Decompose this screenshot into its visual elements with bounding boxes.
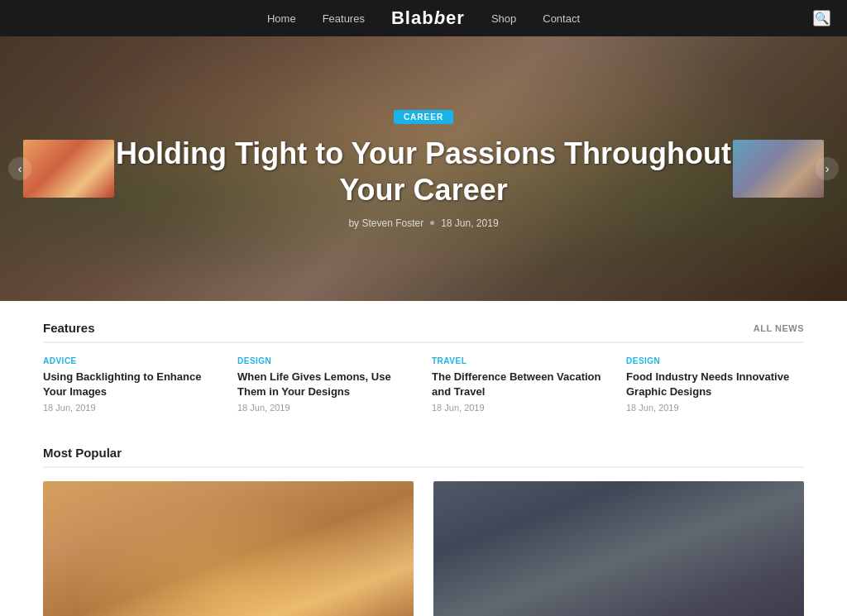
feature-category-2: TRAVEL (432, 356, 610, 365)
hero-content: CAREER Holding Tight to Your Passions Th… (0, 108, 847, 228)
feature-title-2[interactable]: The Difference Between Vacation and Trav… (432, 370, 610, 399)
nav-contact[interactable]: Contact (543, 12, 580, 25)
features-section: Features ALL NEWS ADVICE Using Backlight… (43, 301, 804, 429)
feature-item-2: TRAVEL The Difference Between Vacation a… (432, 356, 610, 413)
feature-date-0: 18 Jun, 2019 (43, 403, 221, 413)
hero-thumb-right-image (733, 140, 824, 198)
hero-author: by Steven Foster (348, 217, 424, 229)
navigation: Home Features Blabber Shop Contact 🔍 (0, 0, 847, 36)
feature-date-2: 18 Jun, 2019 (432, 403, 610, 413)
feature-title-3[interactable]: Food Industry Needs Innovative Graphic D… (626, 370, 804, 399)
feature-date-1: 18 Jun, 2019 (237, 403, 415, 413)
feature-category-1: DESIGN (237, 356, 415, 365)
popular-section: Most Popular IDEAS On Our Way to Give Yo… (43, 429, 804, 616)
feature-category-0: ADVICE (43, 356, 221, 365)
hero-prev-button[interactable]: ‹ (8, 157, 31, 180)
hero-date: 18 Jun, 2019 (441, 217, 498, 229)
features-title: Features (43, 321, 95, 335)
feature-item-3: DESIGN Food Industry Needs Innovative Gr… (626, 356, 804, 413)
feature-item-0: ADVICE Using Backlighting to Enhance You… (43, 356, 221, 413)
feature-date-3: 18 Jun, 2019 (626, 403, 804, 413)
features-header: Features ALL NEWS (43, 321, 804, 343)
all-news-link[interactable]: ALL NEWS (754, 323, 804, 333)
hero-thumb-left-image (23, 140, 114, 198)
hero-slider: ‹ CAREER Holding Tight to Your Passions … (0, 36, 847, 301)
hero-thumb-right (733, 140, 824, 198)
main-content: Features ALL NEWS ADVICE Using Backlight… (26, 301, 821, 616)
hero-thumb-left (23, 140, 114, 198)
popular-image-0: IDEAS (43, 481, 414, 616)
feature-category-3: DESIGN (626, 356, 804, 365)
nav-features[interactable]: Features (323, 12, 365, 25)
feature-item-1: DESIGN When Life Gives Lemons, Use Them … (237, 356, 415, 413)
hero-next-button[interactable]: › (816, 157, 839, 180)
nav-links: Home Features Blabber Shop Contact (267, 7, 580, 29)
hero-title: Holding Tight to Your Passions Throughou… (99, 136, 748, 207)
hero-category-tag: CAREER (394, 110, 453, 124)
feature-title-0[interactable]: Using Backlighting to Enhance Your Image… (43, 370, 221, 399)
feature-title-1[interactable]: When Life Gives Lemons, Use Them in Your… (237, 370, 415, 399)
nav-shop[interactable]: Shop (491, 12, 516, 25)
search-icon[interactable]: 🔍 (813, 10, 830, 26)
features-grid: ADVICE Using Backlighting to Enhance You… (43, 356, 804, 413)
hero-meta-dot (430, 221, 434, 225)
popular-card-1: CAREER There Is No Way People Can Take T… (433, 481, 804, 616)
hero-meta: by Steven Foster 18 Jun, 2019 (99, 217, 748, 229)
nav-home[interactable]: Home (267, 12, 296, 25)
site-logo: Blabber (391, 7, 465, 28)
popular-grid: IDEAS On Our Way to Give You the Best Id… (43, 481, 804, 616)
popular-image-1: CAREER (433, 481, 804, 616)
popular-section-title: Most Popular (43, 446, 804, 468)
popular-card-0: IDEAS On Our Way to Give You the Best Id… (43, 481, 414, 616)
